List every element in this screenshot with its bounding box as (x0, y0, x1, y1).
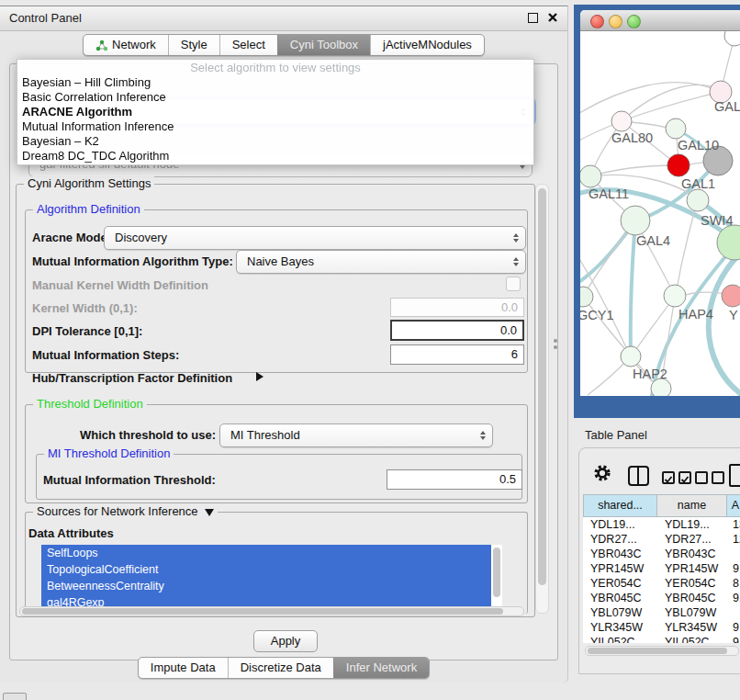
tab-impute-data[interactable]: Impute Data (139, 658, 228, 678)
node-gcy1[interactable] (580, 287, 593, 307)
settings-vertical-scrollbar[interactable] (535, 184, 549, 614)
menu-item[interactable]: Mutual Information Inference (17, 119, 533, 134)
node-label: SWI4 (701, 213, 733, 228)
splitter-handle[interactable] (554, 339, 557, 343)
node-gal4[interactable] (621, 206, 650, 235)
table-row[interactable]: YER054CYER054C8. (583, 576, 740, 591)
float-panel-icon[interactable] (528, 13, 538, 23)
document-icon[interactable] (729, 464, 740, 487)
bottom-tabbar: Impute Data Discretize Data Infer Networ… (0, 657, 567, 679)
table-row[interactable]: YBR045CYBR045C9. (583, 591, 740, 605)
deselect-all-columns-icon[interactable] (695, 469, 724, 484)
node-gal10[interactable] (666, 119, 686, 139)
split-columns-icon[interactable] (628, 466, 649, 486)
column-header-partial[interactable]: A (727, 494, 740, 517)
node-labels: GAL GAL80 GAL10 GAL1 GAL11 SWI4 GAL4 GCY… (580, 99, 740, 381)
node-gal80[interactable] (611, 111, 632, 131)
node-hap4[interactable] (664, 285, 686, 307)
node-label: GAL1 (681, 176, 715, 191)
node-label: HAP2 (633, 367, 667, 381)
node-salmon[interactable] (722, 285, 740, 307)
close-icon[interactable] (547, 12, 558, 26)
node-label: GAL4 (636, 233, 670, 248)
collapsed-panel-grip[interactable] (3, 693, 27, 700)
tab-cyni-toolbox[interactable]: Cyni Toolbox (277, 35, 370, 55)
table-header: shared... name A (583, 494, 740, 517)
table-row[interactable]: YDL19...YDL19...13 (583, 517, 740, 532)
tab-network[interactable]: Network (84, 35, 168, 55)
table-row[interactable]: YDR27...YDR27...12 (583, 532, 740, 547)
list-scrollbar-thumb[interactable] (493, 548, 500, 597)
node-hap2[interactable] (621, 346, 641, 367)
settings-horizontal-scrollbar[interactable] (19, 606, 524, 616)
mi-algorithm-type-combo[interactable]: Naive Bayes (236, 250, 526, 274)
network-icon (95, 40, 107, 51)
kernel-width-field[interactable]: 0.0 (390, 298, 524, 317)
settings-horizontal-thumb[interactable] (22, 608, 503, 615)
table-horizontal-thumb[interactable] (588, 648, 727, 654)
mi-threshold-definition-title: MI Threshold Definition (44, 446, 174, 460)
node-partial-top[interactable] (724, 31, 740, 46)
table-panel: shared... name A YDL19...YDL19...13 YDR2… (578, 447, 740, 674)
tab-infer-network[interactable]: Infer Network (333, 658, 429, 678)
aracne-mode-combo[interactable]: Discovery (104, 226, 526, 250)
menu-item[interactable]: ARACNE Algorithm (17, 105, 533, 119)
tab-discretize-data[interactable]: Discretize Data (228, 658, 333, 678)
window-minimize-button[interactable] (609, 15, 622, 28)
table-row[interactable]: YBR043CYBR043C (583, 547, 740, 561)
network-window-titlebar[interactable] (580, 10, 740, 31)
kernel-width-label: Kernel Width (0,1): (32, 301, 138, 315)
combo-arrows-icon (480, 431, 486, 440)
algorithm-definition-title: Algorithm Definition (33, 202, 144, 216)
column-header-name[interactable]: name (657, 494, 727, 517)
aracne-mode-label: Aracne Mode: (32, 231, 111, 244)
collapse-arrow-icon[interactable] (205, 509, 214, 516)
desktop: { "colors": { "frame_blue": "#3a67a3", "… (0, 0, 740, 700)
table-row[interactable]: YPR145WYPR145W9. (583, 561, 740, 576)
menu-item[interactable]: Bayesian – Hill Climbing (17, 75, 533, 90)
splitter-handle[interactable] (554, 345, 557, 349)
table-panel-title: Table Panel (585, 428, 647, 442)
table-row[interactable]: YBL079WYBL079W (583, 605, 740, 620)
window-zoom-button[interactable] (627, 15, 641, 28)
which-threshold-combo[interactable]: MI Threshold (219, 423, 493, 447)
list-item[interactable]: TopologicalCoefficient (41, 561, 491, 578)
node-gal11[interactable] (580, 165, 601, 187)
node-gal1-red[interactable] (667, 154, 690, 176)
mi-algorithm-type-label: Mutual Information Algorithm Type: (32, 254, 233, 268)
menu-item[interactable]: Dream8 DC_TDC Algorithm (17, 149, 533, 164)
menu-item[interactable]: Bayesian – K2 (17, 134, 533, 149)
manual-kernel-label: Manual Kernel Width Definition (32, 278, 208, 292)
expand-arrow-icon[interactable] (256, 372, 263, 381)
mi-steps-field[interactable]: 6 (390, 344, 524, 365)
hub-definition-label[interactable]: Hub/Transcription Factor Definition (32, 371, 232, 385)
node-swi4[interactable] (687, 189, 709, 211)
control-panel-tabbar: Network Style Select Cyni Toolbox jActiv… (0, 34, 567, 56)
settings-group-title: Cyni Algorithm Settings (24, 176, 154, 190)
list-item[interactable]: SelfLoops (41, 545, 491, 561)
mi-threshold-field[interactable]: 0.5 (387, 469, 522, 490)
select-all-columns-icon[interactable] (662, 469, 691, 484)
list-scrollbar-track[interactable] (491, 545, 502, 607)
tab-select[interactable]: Select (219, 35, 277, 55)
tab-style[interactable]: Style (168, 35, 219, 55)
dpi-tolerance-field[interactable]: 0.0 (390, 320, 524, 341)
menu-item[interactable]: Basic Correlation Inference (17, 90, 533, 105)
network-canvas[interactable]: GAL GAL80 GAL10 GAL1 GAL11 SWI4 GAL4 GCY… (580, 31, 740, 396)
table-horizontal-scrollbar[interactable] (585, 646, 739, 656)
tab-jactivemnodules[interactable]: jActiveMNodules (370, 35, 484, 55)
window-close-button[interactable] (590, 15, 604, 28)
list-item[interactable]: BetweennessCentrality (41, 578, 491, 594)
node-label: GAL11 (589, 186, 629, 201)
manual-kernel-checkbox[interactable] (506, 277, 521, 291)
sources-title: Sources for Network Inference (33, 504, 218, 518)
table-row[interactable]: YLR345WYLR345W9. (583, 620, 740, 635)
gear-icon[interactable] (592, 463, 612, 486)
table-row[interactable]: YIL052CYIL052C9 (583, 635, 740, 643)
control-panel-title: Control Panel (9, 11, 82, 25)
apply-button[interactable]: Apply (253, 630, 318, 652)
dpi-tolerance-label: DPI Tolerance [0,1]: (32, 324, 142, 338)
column-header-shared-name[interactable]: shared... (583, 494, 657, 517)
node-label: GAL (714, 99, 740, 114)
settings-vertical-thumb[interactable] (538, 188, 546, 585)
